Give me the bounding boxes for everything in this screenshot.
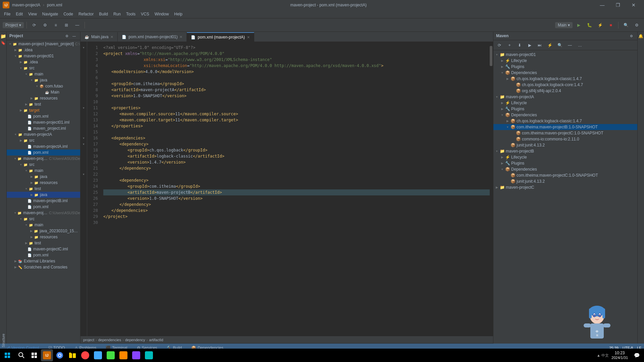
tree-item-iml-root[interactable]: 📄 maven_project.iml bbox=[7, 125, 80, 131]
taskview-button[interactable] bbox=[28, 349, 40, 361]
expand-button[interactable]: ⊞ bbox=[62, 20, 71, 30]
tree-item-main-B[interactable]: ▾ 📁 main bbox=[7, 168, 80, 174]
tree-item-maven-project[interactable]: ▾ 📁 maven-project [maven_project] C:\ bbox=[7, 41, 80, 47]
maven-item-dep-logback-core[interactable]: 📦 ch.qos.logback:logback-core:1.4.7 bbox=[493, 82, 637, 88]
project-collapse-button[interactable]: — bbox=[71, 33, 77, 39]
taskbar-icon3[interactable] bbox=[105, 349, 117, 361]
maven-item-projectB[interactable]: ▾ 📁 maven-projectB bbox=[493, 148, 637, 154]
maven-item-depsA[interactable]: ▾ 📦 Dependencies bbox=[493, 112, 637, 118]
settings2-button[interactable]: ⚙ bbox=[632, 20, 641, 30]
maven-item-dep-projectC-B[interactable]: 📦 com.itheima:maven-projectC:1.0-SNAPSHO… bbox=[493, 172, 637, 178]
tree-item-scratches[interactable]: ▶ ✏️ Scratches and Consoles bbox=[7, 264, 80, 270]
maven-item-dep-junit-B[interactable]: 📦 junit:junit:4.13.2 bbox=[493, 178, 637, 184]
sidebar-project-icon[interactable]: 📁 bbox=[0, 33, 6, 39]
maven-settings2-button[interactable]: ⚡ bbox=[545, 41, 554, 50]
maven-item-lifecycleB[interactable]: ▶ ⚡ Lifecycle bbox=[493, 154, 637, 160]
sidebar-structure-icon[interactable]: Structure bbox=[0, 338, 6, 344]
tree-item-main-class[interactable]: ☕ Main bbox=[7, 89, 80, 95]
tree-item-java[interactable]: ▾ 📁 java bbox=[7, 77, 80, 83]
taskbar-icon6[interactable] bbox=[143, 349, 155, 361]
breadcrumb-item[interactable]: dependency bbox=[125, 338, 145, 342]
intellij-taskbar[interactable]: IJ bbox=[41, 349, 53, 361]
maven-refresh-button[interactable]: ⟳ bbox=[495, 41, 504, 50]
menu-item-window[interactable]: Window bbox=[152, 11, 172, 17]
maven-add-button[interactable]: + bbox=[505, 41, 514, 50]
run-button[interactable]: ▶ bbox=[574, 20, 583, 30]
tree-item-resources[interactable]: ▶ 📁 resources bbox=[7, 95, 80, 101]
sidebar-bookmark-icon[interactable]: 🔖 bbox=[0, 40, 6, 46]
taskbar-icon4[interactable] bbox=[117, 349, 129, 361]
tree-item-test-B[interactable]: ▾ 📁 test bbox=[7, 186, 80, 192]
menu-item-navigate[interactable]: Navigate bbox=[40, 11, 61, 17]
menu-item-edit[interactable]: Edit bbox=[13, 11, 25, 17]
maven-item-dep-projectC-from-B[interactable]: 📦 com.itheima:maven-projectC:1.0-SNAPSHO… bbox=[493, 130, 637, 136]
tree-item-main[interactable]: ▾ 📁 main bbox=[7, 71, 80, 77]
tree-item-test[interactable]: ▶ 📁 test bbox=[7, 101, 80, 107]
tree-item-pom-C[interactable]: 📄 pom.xml bbox=[7, 252, 80, 258]
stop-button[interactable]: ■ bbox=[606, 20, 615, 30]
maven-item-dep-slf4j[interactable]: 📦 org.slf4j:slf4j-api:2.0.4 bbox=[493, 88, 637, 94]
tree-item-iml-B[interactable]: 📄 maven-projectB.iml bbox=[7, 198, 80, 204]
settings-button[interactable]: ⚙ bbox=[40, 20, 50, 30]
project-dropdown[interactable]: Project ▾ bbox=[3, 22, 24, 28]
tree-item-java-C[interactable]: ▶ 📁 java_20230310_155206 bbox=[7, 228, 80, 234]
list-button[interactable]: ≡ bbox=[51, 20, 60, 30]
tree-item-src[interactable]: ▾ 📁 src bbox=[7, 65, 80, 71]
tree-item-package[interactable]: ▾ 📦 com.futao bbox=[7, 83, 80, 89]
sync-button[interactable]: ⟳ bbox=[30, 20, 39, 30]
tree-item-resources-C[interactable]: ▶ 📁 resources bbox=[7, 234, 80, 240]
tree-item-pom-A[interactable]: 📄 pom.xml bbox=[7, 149, 80, 156]
tree-item-resources-B[interactable]: ▶ 📁 resources bbox=[7, 180, 80, 186]
maven-item-pluginsB[interactable]: ▶ 🔧 Plugins bbox=[493, 160, 637, 166]
tree-item-src-A[interactable]: ▶ 📁 src bbox=[7, 137, 80, 143]
menu-item-help[interactable]: Help bbox=[171, 11, 185, 17]
maven-item-dep-logback-A[interactable]: ▶ 📦 ch.qos.logback:logback-classic:1.4.7 bbox=[493, 118, 637, 124]
tree-item-idea[interactable]: ▶ 📁 .idea bbox=[7, 47, 80, 53]
tab-pom-projectA[interactable]: 📄 pom.xml (maven-projectA) ✕ bbox=[187, 32, 254, 42]
search-everywhere-button[interactable]: 🔍 bbox=[621, 20, 631, 30]
menu-item-vcs[interactable]: VCS bbox=[138, 11, 152, 17]
maven-item-projectA[interactable]: ▾ 📁 maven-projectA bbox=[493, 94, 637, 100]
breadcrumb-item[interactable]: dependencies bbox=[98, 338, 121, 342]
menu-item-build[interactable]: Build bbox=[96, 11, 111, 17]
maven-item-deps01[interactable]: ▾ 📦 Dependencies bbox=[493, 70, 637, 76]
maven-item-plugins01[interactable]: ▶ 🔧 Plugins bbox=[493, 64, 637, 70]
tree-item-project01[interactable]: ▾ 📁 maven-project01 bbox=[7, 53, 80, 59]
tree-item-iml-A[interactable]: 📄 maven-projectA.iml bbox=[7, 143, 80, 149]
maven-collapse-button[interactable]: — bbox=[565, 41, 575, 50]
taskbar-icon1[interactable] bbox=[79, 349, 91, 361]
menu-item-code[interactable]: Code bbox=[61, 11, 76, 17]
notifications-icon[interactable]: 🔔 bbox=[638, 33, 644, 39]
project-settings-button[interactable]: ⚙ bbox=[63, 33, 70, 39]
tree-item-src-C[interactable]: ▾ 📁 src bbox=[7, 216, 80, 222]
tab-close-button[interactable]: ✕ bbox=[247, 35, 250, 40]
tree-item-iml-C[interactable]: 📄 maven-projectC.iml bbox=[7, 246, 80, 252]
maven-item-dep-logback[interactable]: ▶ 📦 ch.qos.logback:logback-classic:1.4.7 bbox=[493, 76, 637, 82]
maven-download-button[interactable]: ⬇ bbox=[515, 41, 524, 50]
maven-item-depsB[interactable]: ▾ 📦 Dependencies bbox=[493, 166, 637, 172]
maven-item-projectC[interactable]: ▶ 📁 maven-projectC bbox=[493, 184, 637, 190]
tree-item-java-B2[interactable]: ▶ 📁 java bbox=[7, 192, 80, 198]
maven-item-dep-projectB[interactable]: ▾ 📦 com.itheima:maven-projectB:1.0-SNAPS… bbox=[493, 124, 637, 130]
maven-item-pluginsA[interactable]: ▶ 🔧 Plugins bbox=[493, 106, 637, 112]
tree-item-test-C[interactable]: ▶ 📁 test bbox=[7, 240, 80, 246]
breadcrumb-item[interactable]: project bbox=[83, 338, 94, 342]
tree-item-pom01[interactable]: 📄 pom.xml bbox=[7, 113, 80, 119]
maven-skip-button[interactable]: ⏭ bbox=[535, 41, 544, 50]
maximize-button[interactable]: ❐ bbox=[610, 0, 626, 10]
search-taskbar-button[interactable] bbox=[15, 349, 28, 361]
menu-item-refactor[interactable]: Refactor bbox=[76, 11, 96, 17]
code-editor[interactable]: <?xml version="1.0" encoding="UTF-8"?> <… bbox=[101, 42, 490, 336]
maven-item-project01[interactable]: ▾ 📁 maven-project01 bbox=[493, 52, 637, 58]
explorer-taskbar[interactable] bbox=[66, 349, 78, 361]
close-button[interactable]: ✕ bbox=[626, 0, 641, 10]
menu-item-file[interactable]: File bbox=[1, 11, 13, 17]
tab-pom-project01[interactable]: 📄 pom.xml (maven-project01) ✕ bbox=[118, 32, 187, 42]
tree-item-idea2[interactable]: ▶ 📁 .idea bbox=[7, 59, 80, 65]
notifications-taskbar[interactable]: 💬 bbox=[631, 349, 643, 361]
taskbar-icon2[interactable] bbox=[92, 349, 104, 361]
tree-item-ext-libs[interactable]: ▶ 📚 External Libraries bbox=[7, 258, 80, 264]
profile-button[interactable]: ⚡ bbox=[595, 20, 605, 30]
maven-item-lifecycle01[interactable]: ▶ ⚡ Lifecycle bbox=[493, 58, 637, 64]
maven-more-button[interactable]: … bbox=[575, 41, 585, 50]
